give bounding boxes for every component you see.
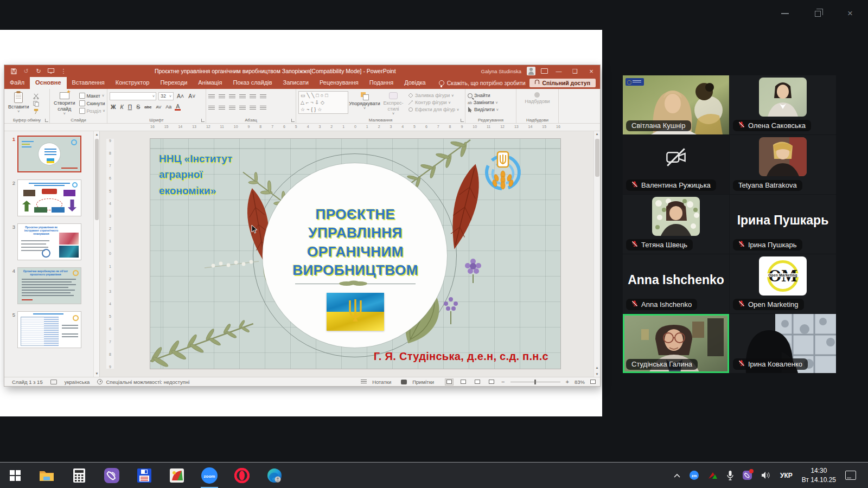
redo-icon[interactable]: ↻ (35, 67, 42, 75)
ribbon-tab[interactable]: Переходи (155, 77, 193, 89)
participant-tile[interactable]: Світлана Кушнір (623, 75, 729, 134)
cut-button[interactable] (33, 93, 39, 99)
align-left-icon[interactable] (208, 106, 215, 111)
paste-button[interactable]: Вставити˅ (7, 91, 31, 117)
viber-icon[interactable] (95, 463, 128, 488)
ribbon-tab[interactable]: Конструктор (110, 77, 155, 89)
shape-effects-button[interactable]: Ефекти для фігур˅ (408, 107, 459, 112)
drawing-dialog-launcher[interactable] (461, 119, 464, 122)
tray-graphics-icon[interactable] (708, 472, 718, 479)
fit-to-window-icon[interactable] (590, 380, 596, 384)
shape-fill-button[interactable]: Заливка фігури˅ (408, 93, 459, 98)
ribbon-tab[interactable]: Записати (278, 77, 314, 89)
minimize-window-button[interactable] (778, 7, 792, 21)
normal-view-button[interactable] (445, 378, 454, 386)
notes-button[interactable]: Нотатки (372, 379, 391, 385)
columns-icon[interactable] (250, 106, 256, 111)
tray-viber-icon[interactable] (743, 471, 752, 480)
tray-microphone-icon[interactable] (727, 471, 733, 480)
shape-outline-button[interactable]: Контур фігури˅ (408, 100, 459, 105)
numbering-icon[interactable] (219, 94, 225, 99)
font-color-button[interactable]: А (175, 104, 181, 111)
font-size-box[interactable]: 32˅ (158, 92, 174, 100)
paragraph-dialog-launcher[interactable] (291, 119, 295, 122)
slide-thumbnail-3[interactable]: 3 Проєктне управління як інструмент стра… (9, 223, 94, 260)
participant-tile[interactable]: Ірина Коваленко (730, 314, 836, 373)
reading-view-button[interactable] (473, 378, 482, 386)
qat-more-icon[interactable]: ⋮ (60, 67, 67, 75)
strikethrough-button[interactable]: S (135, 104, 141, 110)
participant-tile[interactable]: Олена Саковська (730, 75, 836, 134)
text-direction-icon[interactable] (260, 94, 266, 99)
bold-button[interactable]: Ж (110, 104, 117, 110)
change-case-button[interactable]: Аа (164, 104, 173, 110)
decrease-indent-icon[interactable] (229, 94, 235, 99)
main-scrollbar[interactable]: ▲ ▲ ▼ (593, 131, 600, 377)
arrange-button[interactable]: Упорядкувати˅ (350, 91, 379, 117)
reset-button[interactable]: Скинути (79, 100, 105, 106)
ribbon-tab[interactable]: Файл (4, 77, 30, 89)
slide-thumbnail-1[interactable]: 1 (9, 136, 94, 172)
quick-styles-button[interactable]: Експрес-стилі˅ (381, 91, 406, 117)
slide-thumbnail-2[interactable]: 2 (9, 179, 94, 216)
participant-tile[interactable]: Tetyana Batrakova (730, 135, 836, 194)
align-right-icon[interactable] (229, 106, 235, 111)
zoom-app-icon[interactable]: zoom (193, 463, 226, 488)
slide-canvas[interactable]: ННЦ «Інститут аграрної економіки» (150, 139, 560, 369)
grow-font-button[interactable]: А˄ (176, 93, 185, 99)
calculator-icon[interactable] (63, 463, 95, 488)
close-window-button[interactable]: × (843, 7, 857, 21)
participant-tile[interactable]: Тетяна Швець (623, 195, 729, 254)
slide-sorter-view-button[interactable] (459, 378, 468, 386)
share-button[interactable]: Спільний доступ (529, 79, 596, 87)
ppt-close-button[interactable]: × (586, 67, 597, 75)
find-button[interactable]: Знайти (468, 93, 499, 98)
format-painter-button[interactable] (33, 108, 39, 114)
keyboard-language[interactable]: УКР (780, 472, 793, 479)
slide-thumbnail-5[interactable]: 5 (9, 311, 94, 348)
ppt-restore-button[interactable]: ❑ (570, 68, 580, 75)
select-button[interactable]: Виділити˅ (468, 107, 499, 112)
align-center-icon[interactable] (219, 106, 225, 111)
participant-tile[interactable]: Валентина Ружицька (623, 135, 729, 194)
edge-icon[interactable] (258, 463, 291, 488)
language-label[interactable]: українська (65, 379, 90, 385)
slideshow-icon[interactable] (47, 67, 55, 75)
ribbon-tab[interactable]: Основне (30, 77, 67, 89)
ribbon-tab[interactable]: Рецензування (314, 77, 364, 89)
tray-speaker-icon[interactable] (761, 471, 771, 479)
photo-viewer-icon[interactable] (161, 463, 193, 488)
increase-indent-icon[interactable] (239, 94, 246, 99)
shrink-font-button[interactable]: А˅ (187, 93, 196, 99)
font-dialog-launcher[interactable] (201, 119, 205, 122)
line-spacing-icon[interactable] (250, 94, 256, 99)
justify-icon[interactable] (239, 106, 246, 111)
slide-thumbnail-4[interactable]: 4 Органічне виробництво як об'єкт проєкт… (9, 267, 94, 304)
participant-tile-active-speaker[interactable]: Студінська Галина (623, 314, 729, 373)
zoom-slider[interactable] (510, 382, 560, 382)
section-button[interactable]: Розділ˅ (79, 108, 105, 114)
smartart-convert-icon[interactable] (260, 106, 266, 111)
save-icon[interactable] (10, 67, 17, 75)
participant-tile[interactable]: Anna Ishchenko Anna Ishchenko (623, 254, 729, 313)
tell-me-box[interactable]: Скажіть, що потрібно зробити (431, 77, 530, 89)
ribbon-tab[interactable]: Довідка (399, 77, 431, 89)
layout-button[interactable]: Макет˅ (79, 93, 105, 99)
text-shadow-button[interactable]: abc (143, 105, 152, 110)
ppt-minimize-button[interactable]: — (553, 68, 564, 74)
italic-button[interactable]: К (119, 104, 125, 110)
undo-icon[interactable]: ↺ (22, 67, 30, 75)
file-explorer-icon[interactable] (30, 463, 63, 488)
copy-button[interactable] (33, 101, 39, 107)
tray-zoom-icon[interactable]: zm (690, 471, 699, 480)
participant-tile[interactable]: Ірина Пушкарь Ірина Пушкарь (730, 195, 836, 254)
ribbon-tab[interactable]: Подання (364, 77, 399, 89)
participant-tile[interactable]: OM Open Marketing Open Marketing (730, 254, 836, 313)
addins-button[interactable]: Надбудови (524, 91, 552, 117)
restore-window-button[interactable] (810, 7, 825, 21)
floppy-app-icon[interactable] (128, 463, 161, 488)
underline-button[interactable]: П (127, 104, 133, 110)
start-button[interactable] (0, 463, 30, 488)
ribbon-tab[interactable]: Вставлення (67, 77, 110, 89)
ribbon-display-options-icon[interactable] (541, 68, 548, 74)
